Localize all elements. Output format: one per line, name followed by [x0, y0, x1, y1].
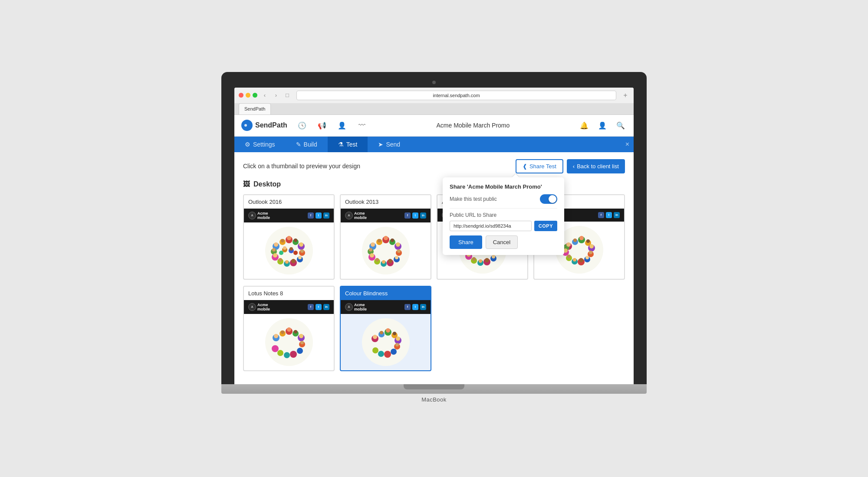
svg-point-19: [274, 242, 278, 247]
linkedin-icon: in: [614, 212, 620, 218]
back-icon: ‹: [573, 163, 575, 170]
svg-point-24: [300, 249, 304, 253]
search-icon-button[interactable]: 🔍: [615, 119, 627, 131]
svg-point-139: [395, 343, 399, 346]
fullscreen-traffic-light[interactable]: [253, 93, 257, 98]
svg-point-117: [274, 334, 278, 338]
svg-point-97: [586, 239, 590, 243]
tab-settings[interactable]: ⚙ Settings: [234, 137, 286, 152]
top-action-bar: Click on a thumbnail to preview your des…: [243, 159, 625, 173]
facebook-icon: f: [404, 304, 411, 310]
svg-point-130: [391, 349, 397, 355]
svg-point-50: [396, 242, 400, 247]
share-popup-overlay: Share 'Acme Mobile March Promo' Make thi…: [443, 174, 564, 255]
svg-point-100: [585, 256, 589, 259]
svg-point-115: [277, 350, 283, 356]
svg-point-57: [369, 248, 372, 252]
app-container: SendPath 🕓 📢 👤 〰 Acme Mobile March Promo…: [234, 115, 634, 384]
svg-point-55: [375, 258, 379, 261]
analytics-icon-button[interactable]: 〰: [356, 119, 368, 131]
social-icons: f t in: [404, 304, 426, 310]
svg-point-131: [384, 351, 391, 358]
svg-point-76: [492, 255, 495, 258]
bell-icon-button[interactable]: 🔔: [578, 119, 590, 131]
people-illustration: [263, 225, 315, 277]
browser-toolbar: ‹ › □ internal.sendpath.com +: [234, 88, 634, 103]
preview-card-title: Lotus Notes 8: [244, 287, 334, 300]
svg-point-29: [273, 253, 277, 258]
svg-point-77: [485, 258, 489, 262]
forward-nav-button[interactable]: ›: [272, 91, 280, 99]
copy-button[interactable]: COPY: [534, 221, 557, 231]
svg-point-136: [386, 328, 390, 333]
megaphone-icon-button[interactable]: 📢: [316, 119, 328, 131]
social-icons: f t in: [308, 212, 329, 219]
sendpath-logo: SendPath: [241, 120, 287, 131]
back-to-client-button[interactable]: ‹ Back to client list: [567, 159, 625, 173]
svg-point-102: [573, 258, 576, 261]
tab-test[interactable]: ⚗ Test: [328, 137, 368, 152]
svg-point-32: [289, 247, 293, 251]
desktop-icon: 🖼: [243, 180, 250, 188]
back-nav-button[interactable]: ‹: [261, 91, 269, 99]
svg-point-99: [589, 251, 592, 254]
macbook-notch: [404, 384, 464, 389]
share-popup: Share 'Acme Mobile March Promo' Make thi…: [443, 177, 564, 255]
svg-point-20: [281, 239, 284, 242]
linkedin-icon: in: [420, 212, 426, 219]
svg-point-118: [281, 330, 284, 334]
share-test-button[interactable]: ❰ Share Test: [516, 159, 563, 173]
svg-point-22: [294, 238, 297, 242]
clock-icon-button[interactable]: 🕓: [296, 119, 308, 131]
tab-view-button[interactable]: □: [283, 91, 291, 99]
svg-point-54: [382, 260, 385, 264]
popup-action-row: Share Cancel: [450, 235, 557, 249]
macbook-label: MacBook: [221, 394, 647, 405]
preview-card-outlook-2013[interactable]: Outlook 2013 A Acmemobile f t in: [340, 194, 431, 280]
app-tab-bar: ⚙ Settings ✎ Build ⚗ Test ➤ Send: [234, 137, 634, 152]
svg-point-49: [391, 238, 394, 242]
address-bar[interactable]: internal.sendpath.com: [296, 91, 616, 100]
browser-tab[interactable]: SendPath: [239, 103, 271, 114]
public-url-input[interactable]: [450, 221, 532, 231]
svg-point-119: [287, 327, 291, 332]
preview-card-colour-blindness[interactable]: Colour Blindness A Acmemobile f t in: [340, 286, 431, 371]
popup-make-public-row: Make this test public: [450, 194, 557, 204]
svg-point-135: [380, 331, 383, 334]
svg-point-114: [284, 352, 290, 358]
tab-build[interactable]: ✎ Build: [286, 137, 328, 152]
svg-point-132: [378, 351, 384, 357]
make-public-toggle[interactable]: [540, 194, 557, 204]
svg-point-122: [300, 341, 304, 344]
preview-card-lotus-notes[interactable]: Lotus Notes 8 A Acmemobile f t in: [243, 286, 335, 371]
svg-point-48: [384, 236, 388, 240]
share-action-button[interactable]: Share: [450, 235, 482, 249]
facebook-icon: f: [598, 212, 604, 218]
svg-point-30: [272, 248, 276, 252]
acme-logo: A Acmemobile: [248, 303, 270, 311]
svg-point-116: [272, 345, 279, 352]
user-icon-button[interactable]: 👤: [596, 119, 608, 131]
desktop-section-header: 🖼 Desktop: [243, 180, 625, 188]
svg-point-26: [291, 259, 296, 263]
minimize-traffic-light[interactable]: [246, 93, 250, 98]
new-tab-button[interactable]: +: [621, 91, 629, 99]
url-copy-row: COPY: [450, 221, 557, 231]
twitter-icon: t: [316, 212, 322, 219]
svg-point-1: [244, 124, 247, 127]
public-url-label: Public URL to Share: [450, 212, 557, 218]
facebook-icon: f: [404, 212, 411, 219]
cancel-action-button[interactable]: Cancel: [486, 235, 518, 249]
preview-card-outlook-2016[interactable]: Outlook 2016 A Acmemobile f t in: [243, 194, 335, 280]
svg-point-94: [566, 242, 571, 247]
contact-icon-button[interactable]: 👤: [336, 119, 348, 131]
svg-point-134: [373, 335, 377, 339]
tab-send[interactable]: ➤ Send: [368, 137, 411, 152]
close-traffic-light[interactable]: [239, 93, 243, 98]
svg-point-101: [579, 258, 583, 262]
tab-close-icon[interactable]: ×: [625, 140, 629, 148]
macbook-wrapper: ‹ › □ internal.sendpath.com + SendPath: [221, 72, 647, 405]
test-icon: ⚗: [338, 141, 344, 148]
preview-card-title: Outlook 2013: [341, 195, 431, 209]
social-icons: f t in: [404, 212, 426, 219]
